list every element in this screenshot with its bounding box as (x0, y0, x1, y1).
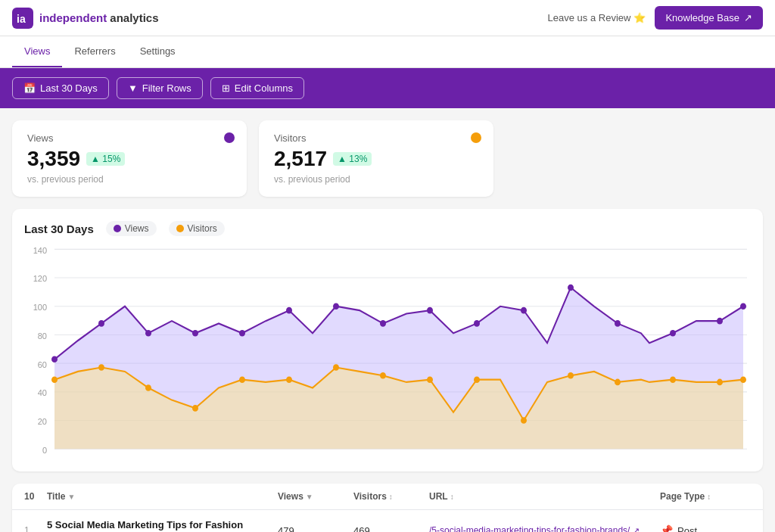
tab-settings[interactable]: Settings (128, 36, 188, 67)
filter-rows-label: Filter Rows (142, 82, 191, 94)
stat-card-visitors: Visitors 2,517 ▲ 13% vs. previous period (259, 120, 493, 197)
views-dot-13 (670, 330, 676, 337)
views-dot-0 (51, 356, 58, 362)
sort-pagetype-icon: ↕ (707, 493, 711, 501)
visitors-dot-7 (380, 372, 386, 379)
legend-views: Views (106, 221, 157, 236)
chart-title: Last 30 Days (24, 222, 94, 235)
views-number: 3,359 (27, 147, 80, 171)
header-actions: Leave us a Review ⭐ Knowledge Base ↗ (548, 6, 763, 30)
logo-text-2: analytics (110, 11, 158, 24)
table-row: 1 5 Social Media Marketing Tips for Fash… (12, 510, 763, 532)
svg-text:20: 20 (38, 417, 47, 426)
row-1-url-text: /5-social-media-marketing-tips-for-fashi… (429, 525, 630, 532)
views-dot-9 (474, 320, 480, 327)
visitors-dot-8 (427, 376, 433, 383)
svg-text:80: 80 (38, 331, 47, 340)
views-dot-10 (521, 307, 527, 314)
views-dot-8 (427, 307, 433, 314)
table-header: 10 Title ▼ Views ▼ Visitors ↕ URL ↕ Page… (12, 484, 763, 510)
visitors-dot-15 (740, 376, 746, 383)
visitors-dot-0 (51, 376, 58, 383)
svg-text:140: 140 (33, 245, 47, 254)
col-title-label: Title (47, 491, 65, 502)
visitors-dot-2 (145, 384, 151, 391)
sort-url-icon: ↕ (450, 493, 454, 501)
chart-container: Last 30 Days Views Visitors 0 20 40 60 8… (12, 209, 763, 471)
col-views-header[interactable]: Views ▼ (278, 491, 353, 502)
svg-text:120: 120 (33, 274, 47, 283)
visitors-dot-10 (521, 417, 527, 424)
visitors-dot-13 (670, 376, 676, 383)
date-range-label: Last 30 Days (40, 82, 98, 94)
logo-text-1: independent (39, 11, 107, 24)
views-value: 3,359 ▲ 15% (27, 147, 232, 171)
visitors-number: 2,517 (274, 147, 327, 171)
views-dot-7 (380, 320, 386, 327)
leave-review-link[interactable]: Leave us a Review ⭐ (548, 12, 646, 23)
post-icon: 📌 (660, 524, 673, 532)
sort-visitors-icon: ↕ (389, 493, 393, 501)
row-1-views: 479 (278, 525, 353, 533)
visitors-dot-12 (615, 379, 621, 386)
col-title-header[interactable]: Title ▼ (47, 491, 278, 502)
visitors-dot-9 (474, 376, 480, 383)
knowledge-base-label: Knowledge Base (665, 12, 739, 23)
visitors-dot-6 (333, 364, 339, 371)
col-visitors-label: Visitors (353, 491, 387, 502)
tab-referrers[interactable]: Referrers (62, 36, 127, 67)
stat-card-views: Views 3,359 ▲ 15% vs. previous period (12, 120, 247, 197)
data-table: 10 Title ▼ Views ▼ Visitors ↕ URL ↕ Page… (12, 484, 763, 532)
toolbar: 📅 Last 30 Days ▼ Filter Rows ⊞ Edit Colu… (0, 68, 775, 108)
views-dot-14 (717, 318, 723, 325)
views-label: Views (27, 132, 232, 144)
sort-views-icon: ▼ (306, 493, 313, 501)
date-range-button[interactable]: 📅 Last 30 Days (12, 77, 109, 99)
sort-title-icon: ▼ (67, 493, 75, 501)
col-visitors-header[interactable]: Visitors ↕ (353, 491, 429, 502)
views-dot (224, 132, 235, 143)
legend-visitors-label: Visitors (188, 223, 217, 234)
filter-rows-button[interactable]: ▼ Filter Rows (117, 77, 203, 99)
nav-tabs: Views Referrers Settings (0, 36, 775, 68)
svg-text:40: 40 (38, 388, 47, 397)
row-1-url[interactable]: /5-social-media-marketing-tips-for-fashi… (429, 525, 660, 532)
col-url-label: URL (429, 491, 448, 502)
views-vs: vs. previous period (27, 174, 232, 185)
visitors-label: Visitors (274, 132, 478, 144)
filter-icon: ▼ (128, 82, 138, 94)
svg-text:0: 0 (42, 445, 47, 454)
calendar-icon: 📅 (23, 82, 36, 94)
col-views-label: Views (278, 491, 303, 502)
logo-text: independent analytics (39, 11, 159, 24)
visitors-vs: vs. previous period (274, 174, 478, 185)
views-dot-6 (333, 303, 339, 310)
views-dot-4 (239, 330, 245, 337)
knowledge-base-button[interactable]: Knowledge Base ↗ (655, 6, 763, 30)
col-url-header[interactable]: URL ↕ (429, 491, 660, 502)
edit-columns-label: Edit Columns (235, 82, 293, 94)
visitors-value: 2,517 ▲ 13% (274, 147, 478, 171)
header: ia independent analytics Leave us a Revi… (0, 0, 775, 36)
tab-views[interactable]: Views (12, 36, 62, 67)
external-link-icon: ↗ (633, 526, 640, 533)
col-pagetype-header[interactable]: Page Type ↕ (660, 491, 751, 502)
col-num: 10 (24, 491, 47, 502)
row-1-num: 1 (24, 525, 47, 532)
row-1-pagetype: 📌 Post (660, 524, 751, 532)
row-1-pagetype-label: Post (677, 525, 697, 533)
legend-views-label: Views (125, 223, 149, 234)
legend-visitors-dot (176, 225, 184, 232)
chart-header: Last 30 Days Views Visitors (24, 221, 751, 236)
edit-columns-button[interactable]: ⊞ Edit Columns (210, 77, 304, 99)
views-dot-3 (192, 330, 198, 337)
svg-text:60: 60 (38, 359, 47, 369)
star-icon: ⭐ (633, 12, 646, 23)
legend-visitors: Visitors (169, 221, 225, 236)
row-1-title[interactable]: 5 Social Media Marketing Tips for Fashio… (47, 519, 278, 532)
views-dot-12 (615, 320, 621, 327)
views-dot-5 (286, 307, 292, 314)
views-dot-2 (145, 330, 151, 337)
logo: ia independent analytics (12, 8, 159, 29)
views-dot-1 (98, 320, 104, 327)
